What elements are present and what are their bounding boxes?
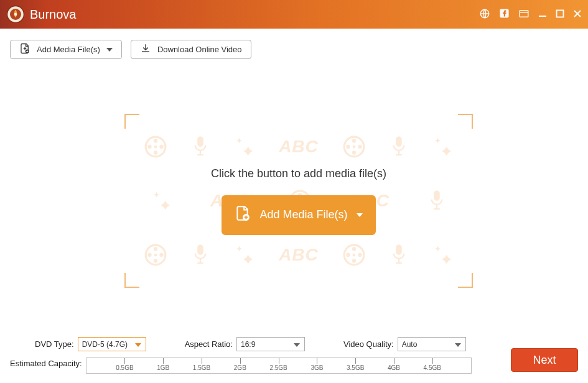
reel-icon xyxy=(144,135,167,159)
stars-icon xyxy=(234,244,255,265)
svg-rect-22 xyxy=(396,137,403,147)
select-value: DVD-5 (4.7G) xyxy=(82,340,128,349)
abc-label: ABC xyxy=(279,137,319,157)
chevron-down-icon xyxy=(106,48,113,52)
tick-mark xyxy=(317,358,317,364)
capacity-bar: 0.5GB1GB1.5GB2GB2.5GB3GB3.5GB4GB4.5GB xyxy=(86,358,472,374)
svg-point-32 xyxy=(154,259,157,262)
svg-point-18 xyxy=(352,151,356,155)
add-media-main-button[interactable]: Add Media File(s) xyxy=(222,195,376,235)
mic-icon xyxy=(390,243,408,267)
select-value: Auto xyxy=(402,340,418,349)
menu-icon[interactable] xyxy=(518,8,530,21)
svg-point-19 xyxy=(346,145,350,149)
aspect-ratio-label: Aspect Ratio: xyxy=(185,339,233,349)
toolbar: Add Media File(s) Download Online Video xyxy=(0,29,588,70)
dvd-type-label: DVD Type: xyxy=(35,339,74,349)
select-value: 16:9 xyxy=(241,340,255,349)
svg-point-13 xyxy=(159,145,163,149)
mic-icon xyxy=(427,189,446,213)
mic-icon xyxy=(390,135,408,159)
tick-label: 0.5GB xyxy=(116,364,133,371)
tick-mark xyxy=(279,358,279,364)
capacity-label: Estimated Capacity: xyxy=(10,358,82,368)
app-logo-icon xyxy=(6,5,25,24)
app-title: Burnova xyxy=(30,7,77,22)
svg-rect-43 xyxy=(396,244,403,255)
svg-point-38 xyxy=(352,247,356,251)
file-plus-icon xyxy=(19,43,30,56)
svg-point-17 xyxy=(352,139,356,143)
svg-rect-7 xyxy=(557,10,564,17)
abc-label: ABC xyxy=(279,245,319,265)
svg-point-14 xyxy=(154,145,157,149)
button-label: Next xyxy=(533,354,556,366)
tick-mark xyxy=(355,358,356,364)
next-button[interactable]: Next xyxy=(511,348,578,372)
button-label: Download Online Video xyxy=(157,45,242,54)
svg-rect-5 xyxy=(520,10,528,17)
dvd-type-select[interactable]: DVD-5 (4.7G) xyxy=(78,337,146,351)
svg-point-21 xyxy=(353,145,356,149)
chevron-down-icon xyxy=(135,343,141,347)
tick-label: 3.5GB xyxy=(347,364,364,371)
tick-mark xyxy=(240,358,241,364)
svg-point-39 xyxy=(352,259,356,262)
svg-point-42 xyxy=(353,253,356,256)
titlebar-controls xyxy=(479,8,582,21)
svg-point-34 xyxy=(159,252,163,256)
tick-label: 2.5GB xyxy=(269,364,287,371)
svg-point-40 xyxy=(346,252,350,256)
tick-label: 3GB xyxy=(310,364,323,371)
titlebar: Burnova xyxy=(0,0,588,29)
svg-point-2 xyxy=(14,13,17,16)
tick-mark xyxy=(394,358,394,364)
button-label: Add Media File(s) xyxy=(259,208,347,221)
tick-label: 1.5GB xyxy=(193,364,210,371)
chevron-down-icon xyxy=(294,343,300,347)
tick-mark xyxy=(202,358,202,364)
dropzone[interactable]: ABC ABC ABC ABC Click t xyxy=(124,114,473,288)
chevron-down-icon xyxy=(357,213,363,217)
close-icon[interactable] xyxy=(573,9,582,20)
tick-label: 4.5GB xyxy=(424,364,441,371)
tick-mark xyxy=(124,358,125,364)
stars-icon xyxy=(234,136,255,157)
svg-point-35 xyxy=(154,253,157,256)
svg-point-11 xyxy=(154,151,157,155)
svg-point-20 xyxy=(358,145,362,149)
svg-rect-29 xyxy=(434,190,441,201)
download-icon xyxy=(140,43,151,56)
aspect-ratio-select[interactable]: 16:9 xyxy=(236,337,305,351)
video-quality-select[interactable]: Auto xyxy=(398,337,466,351)
svg-point-41 xyxy=(358,252,362,256)
video-quality-label: Video Quality: xyxy=(343,339,394,349)
main-area: ABC ABC ABC ABC Click t xyxy=(0,70,588,340)
svg-point-12 xyxy=(147,145,151,149)
svg-rect-36 xyxy=(198,244,204,255)
tick-mark xyxy=(163,358,164,364)
tick-label: 2GB xyxy=(234,364,246,371)
maximize-icon[interactable] xyxy=(556,9,564,20)
stars-icon xyxy=(432,244,454,265)
stars-icon xyxy=(432,136,454,157)
download-video-button[interactable]: Download Online Video xyxy=(131,40,251,59)
svg-rect-6 xyxy=(539,16,546,17)
button-label: Add Media File(s) xyxy=(37,45,100,54)
file-plus-icon xyxy=(235,205,251,224)
dropzone-hint: Click the button to add media file(s) xyxy=(211,167,386,180)
mic-icon xyxy=(191,243,210,267)
tick-label: 4GB xyxy=(388,364,400,371)
reel-icon xyxy=(342,243,366,267)
mic-icon xyxy=(191,135,210,159)
add-media-button[interactable]: Add Media File(s) xyxy=(10,40,122,59)
facebook-icon[interactable] xyxy=(499,8,510,21)
reel-icon xyxy=(342,135,366,159)
svg-point-31 xyxy=(154,247,157,251)
tick-mark xyxy=(432,358,433,364)
svg-point-33 xyxy=(147,252,151,256)
minimize-icon[interactable] xyxy=(538,9,547,20)
chevron-down-icon xyxy=(455,343,461,347)
svg-point-10 xyxy=(154,139,157,143)
globe-icon[interactable] xyxy=(479,8,490,21)
